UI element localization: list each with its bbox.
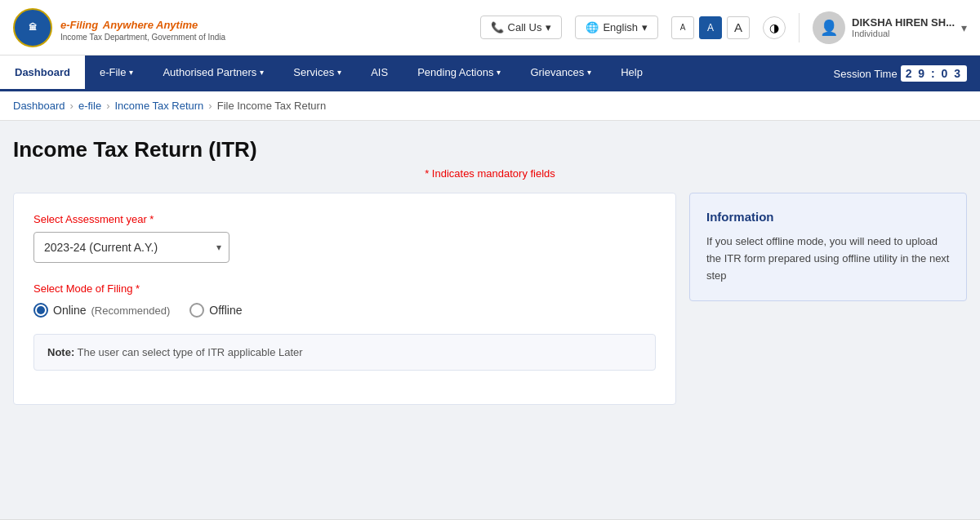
font-large-button[interactable]: A	[727, 16, 750, 39]
nav-item-pending-actions[interactable]: Pending Actions ▾	[403, 56, 515, 91]
logo-text: e-Filing Anywhere Anytime Income Tax Dep…	[60, 14, 225, 42]
emblem-icon: 🏛	[13, 8, 52, 47]
phone-icon: 📞	[491, 21, 504, 33]
contrast-button[interactable]: ◑	[763, 16, 786, 39]
user-area[interactable]: 👤 DIKSHA HIREN SH... Individual ▾	[813, 11, 967, 44]
user-type: Individual	[852, 29, 955, 38]
breadcrumb-efile[interactable]: e-file	[78, 100, 101, 112]
chevron-down-icon: ▾	[546, 21, 551, 33]
nav-bar: Dashboard e-File ▾ Authorised Partners ▾…	[0, 56, 980, 91]
mandatory-note: * Indicates mandatory fields	[13, 167, 967, 180]
chevron-down-icon: ▾	[337, 68, 341, 77]
logo-main: e-Filing Anywhere Anytime	[60, 14, 225, 33]
nav-item-help[interactable]: Help	[606, 56, 657, 91]
chevron-down-icon: ▾	[497, 68, 501, 77]
info-title: Information	[706, 210, 950, 224]
top-controls: 📞 Call Us ▾ 🌐 English ▾ A A A ◑ 👤 DIKSHA…	[480, 11, 967, 44]
logo-sub: Income Tax Department, Government of Ind…	[60, 33, 225, 42]
font-controls: A A A	[671, 16, 750, 39]
main-layout: Select Assessment year * 2023-24 (Curren…	[13, 193, 967, 405]
breadcrumb-dashboard[interactable]: Dashboard	[13, 100, 65, 112]
radio-offline[interactable]: Offline	[189, 303, 242, 318]
nav-item-services[interactable]: Services ▾	[278, 56, 356, 91]
nav-item-efile[interactable]: e-File ▾	[85, 56, 149, 91]
nav-item-grievances[interactable]: Grievances ▾	[515, 56, 606, 91]
nav-item-ais[interactable]: AIS	[356, 56, 403, 91]
session-time: Session Time 2 9 : 0 3	[821, 65, 980, 82]
breadcrumb-sep: ›	[208, 100, 212, 112]
top-bar: 🏛 e-Filing Anywhere Anytime Income Tax D…	[0, 0, 980, 56]
radio-circle-offline	[189, 303, 204, 318]
nav-item-dashboard[interactable]: Dashboard	[0, 56, 85, 91]
info-text: If you select offline mode, you will nee…	[706, 233, 950, 284]
info-card: Information If you select offline mode, …	[689, 193, 967, 301]
chevron-down-icon: ▾	[961, 21, 967, 34]
chevron-down-icon: ▾	[642, 21, 648, 33]
note-box: Note: The user can select type of ITR ap…	[33, 334, 656, 371]
chevron-down-icon: ▾	[129, 68, 133, 77]
breadcrumb-current: File Income Tax Return	[217, 100, 326, 112]
font-medium-button[interactable]: A	[699, 16, 722, 39]
language-button[interactable]: 🌐 English ▾	[575, 16, 658, 39]
radio-circle-online	[33, 303, 48, 318]
logo-area: 🏛 e-Filing Anywhere Anytime Income Tax D…	[13, 8, 225, 47]
font-small-button[interactable]: A	[671, 16, 694, 39]
chevron-down-icon: ▾	[260, 68, 264, 77]
divider	[799, 13, 800, 42]
breadcrumb-sep: ›	[70, 100, 74, 112]
mode-filing-label: Select Mode of Filing *	[33, 282, 656, 295]
radio-group-mode: Online (Recommended) Offline	[33, 303, 656, 318]
form-card: Select Assessment year * 2023-24 (Curren…	[13, 193, 676, 405]
page-title: Income Tax Return (ITR)	[13, 137, 967, 162]
assessment-year-label: Select Assessment year *	[33, 213, 656, 225]
radio-online[interactable]: Online (Recommended)	[33, 303, 170, 318]
user-info: DIKSHA HIREN SH... Individual	[852, 16, 955, 38]
call-us-button[interactable]: 📞 Call Us ▾	[480, 16, 563, 39]
assessment-year-select[interactable]: 2023-24 (Current A.Y.)2022-232021-22	[33, 232, 229, 263]
page-content: Income Tax Return (ITR) * Indicates mand…	[0, 121, 980, 519]
user-name: DIKSHA HIREN SH...	[852, 16, 955, 29]
session-digits: 2 9 : 0 3	[901, 65, 967, 82]
assessment-year-wrapper: 2023-24 (Current A.Y.)2022-232021-22 ▾	[33, 232, 229, 263]
breadcrumb-itr[interactable]: Income Tax Return	[114, 100, 203, 112]
avatar: 👤	[813, 11, 845, 44]
globe-icon: 🌐	[586, 21, 599, 33]
breadcrumb: Dashboard › e-file › Income Tax Return ›…	[0, 91, 980, 121]
breadcrumb-sep: ›	[106, 100, 109, 112]
chevron-down-icon: ▾	[587, 68, 591, 77]
nav-item-authorised-partners[interactable]: Authorised Partners ▾	[148, 56, 278, 91]
